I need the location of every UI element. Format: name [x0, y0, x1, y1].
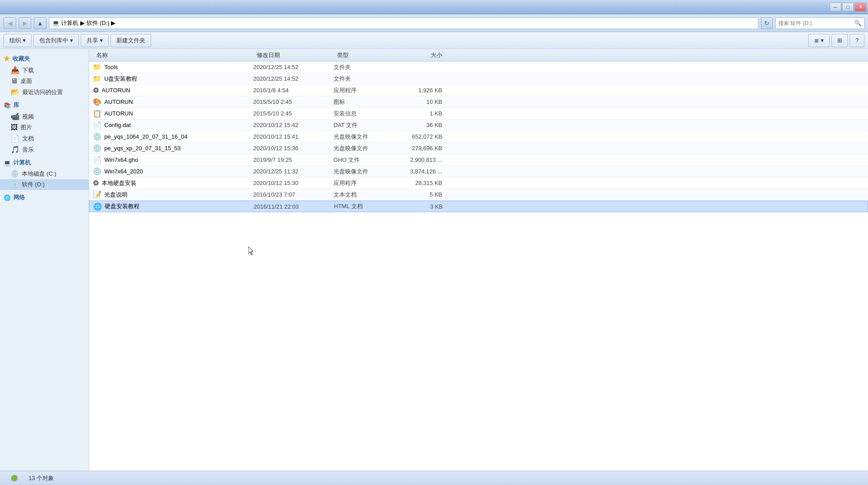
file-size-9: 3,874,126 ... [396, 168, 449, 175]
table-row[interactable]: 💿 pe_yqs_1064_20_07_31_16_04 2020/10/12 … [89, 131, 868, 143]
sidebar-item-recent[interactable]: 📂 最近访问的位置 [0, 86, 89, 98]
table-row[interactable]: 📁 U盘安装教程 2020/12/25 14:52 文件夹 [89, 73, 868, 85]
file-name-0: Tools [104, 64, 118, 70]
include-library-button[interactable]: 包含到库中 ▾ [33, 34, 79, 47]
help-button[interactable]: ? [850, 34, 864, 47]
music-label: 音乐 [22, 146, 34, 154]
sidebar-item-drive-d[interactable]: 💿 软件 (D:) [0, 179, 89, 190]
file-date-0: 2020/12/25 14:52 [253, 64, 333, 70]
file-size-6: 652,072 KB [396, 133, 449, 140]
file-type-12: HTML 文档 [334, 202, 396, 210]
library-icon: 📚 [4, 102, 11, 109]
file-name-4: AUTORUN [104, 110, 133, 117]
file-icon-1: 📁 [93, 74, 102, 83]
computer-label: 计算机 [13, 159, 31, 167]
forward-button[interactable]: ▶ [19, 17, 31, 29]
file-date-8: 2019/9/7 19:25 [253, 156, 333, 163]
music-icon: 🎵 [11, 145, 20, 154]
download-icon: 📥 [11, 66, 20, 74]
sidebar-item-download[interactable]: 📥 下载 [0, 65, 89, 76]
file-size-7: 279,696 KB [396, 145, 449, 152]
share-label: 共享 [86, 37, 98, 45]
toolbar: 组织 ▾ 包含到库中 ▾ 共享 ▾ 新建文件夹 ≣ ▾ ⊞ ? [0, 32, 868, 49]
col-header-name[interactable]: 名称 [93, 51, 253, 59]
file-type-4: 安装信息 [333, 110, 396, 118]
file-area: 名称 修改日期 类型 大小 📁 Tools 2020/12/25 14:52 文… [89, 49, 868, 471]
file-type-2: 应用程序 [333, 86, 396, 95]
file-icon-8: 📄 [93, 156, 102, 164]
sidebar-item-desktop[interactable]: 🖥 桌面 [0, 76, 89, 86]
up-button[interactable]: ▲ [34, 17, 46, 29]
organize-label: 组织 [9, 37, 21, 45]
file-name-10: 本地硬盘安装 [102, 179, 136, 187]
refresh-button[interactable]: ↻ [761, 17, 773, 29]
new-folder-button[interactable]: 新建文件夹 [111, 34, 151, 47]
sidebar-favorites-header[interactable]: ★ 收藏夹 [0, 53, 89, 65]
computer-icon: 💻 [52, 20, 59, 26]
view-button[interactable]: ≣ ▾ [808, 34, 830, 47]
col-header-date[interactable]: 修改日期 [253, 51, 333, 59]
sidebar: ★ 收藏夹 📥 下载 🖥 桌面 📂 最近访问的位置 📚 库 [0, 49, 89, 471]
table-row[interactable]: 📝 光盘说明 2016/10/23 7:07 文本文档 5 KB [89, 189, 868, 201]
file-type-1: 文件夹 [333, 75, 396, 83]
sidebar-item-drive-c[interactable]: 💿 本地磁盘 (C:) [0, 169, 89, 179]
file-size-11: 5 KB [396, 191, 449, 198]
title-bar: ─ □ ✕ [0, 0, 868, 14]
file-name-8: Win7x64.gho [104, 156, 138, 163]
window-controls: ─ □ ✕ [830, 3, 866, 12]
help-icon: ? [856, 37, 859, 44]
file-date-7: 2020/10/12 15:36 [253, 145, 333, 152]
search-input[interactable] [778, 20, 854, 26]
breadcrumb-part-drive[interactable]: 软件 (D:) [86, 19, 109, 27]
file-list-header: 名称 修改日期 类型 大小 [89, 49, 868, 62]
favorites-icon: ★ [4, 54, 10, 63]
sidebar-network-header[interactable]: 🌐 网络 [0, 192, 89, 203]
table-row[interactable]: 📄 Config.dat 2020/10/12 15:42 DAT 文件 36 … [89, 119, 868, 131]
sidebar-section-favorites: ★ 收藏夹 📥 下载 🖥 桌面 📂 最近访问的位置 [0, 53, 89, 98]
table-row[interactable]: 📁 Tools 2020/12/25 14:52 文件夹 [89, 62, 868, 73]
table-row[interactable]: 📋 AUTORUN 2015/5/10 2:45 安装信息 1 KB [89, 108, 868, 119]
table-row[interactable]: 🎨 AUTORUN 2015/5/10 2:45 图标 10 KB [89, 96, 868, 108]
sidebar-item-video[interactable]: 📹 视频 [0, 111, 89, 122]
share-button[interactable]: 共享 ▾ [81, 34, 109, 47]
status-count: 13 个对象 [29, 474, 54, 482]
details-view-button[interactable]: ⊞ [831, 34, 848, 47]
drive-d-icon: 💿 [11, 181, 19, 189]
pictures-icon: 🖼 [11, 123, 18, 132]
table-row[interactable]: ⚙ AUTORUN 2016/1/8 4:54 应用程序 1,926 KB [89, 85, 868, 96]
sidebar-item-documents[interactable]: 📄 文档 [0, 133, 89, 144]
table-row[interactable]: 💿 pe_yqs_xp_20_07_31_15_53 2020/10/12 15… [89, 143, 868, 154]
file-size-4: 1 KB [396, 110, 449, 117]
col-header-type[interactable]: 类型 [333, 51, 396, 59]
back-button[interactable]: ◀ [4, 17, 16, 29]
close-button[interactable]: ✕ [855, 3, 866, 12]
video-label: 视频 [22, 113, 34, 121]
sidebar-section-computer: 💻 计算机 💿 本地磁盘 (C:) 💿 软件 (D:) [0, 157, 89, 190]
file-icon-2: ⚙ [93, 86, 99, 95]
col-header-size[interactable]: 大小 [396, 51, 449, 59]
sidebar-library-header[interactable]: 📚 库 [0, 99, 89, 111]
breadcrumb-part-computer[interactable]: 计算机 [61, 19, 78, 27]
sidebar-item-pictures[interactable]: 🖼 图片 [0, 122, 89, 133]
table-row[interactable]: 🌐 硬盘安装教程 2016/11/21 22:03 HTML 文档 3 KB [89, 201, 868, 212]
table-row[interactable]: 💿 Win7x64_2020 2020/12/25 11:32 光盘映像文件 3… [89, 166, 868, 177]
table-row[interactable]: ⚙ 本地硬盘安装 2020/10/12 15:30 应用程序 28,315 KB [89, 177, 868, 189]
file-size-3: 10 KB [396, 99, 449, 105]
file-name-7: pe_yqs_xp_20_07_31_15_53 [104, 145, 181, 152]
sidebar-item-music[interactable]: 🎵 音乐 [0, 144, 89, 155]
sidebar-section-network: 🌐 网络 [0, 192, 89, 203]
file-type-7: 光盘映像文件 [333, 144, 396, 152]
sidebar-computer-header[interactable]: 💻 计算机 [0, 157, 89, 169]
file-icon-10: ⚙ [93, 179, 99, 187]
minimize-button[interactable]: ─ [830, 3, 841, 12]
file-size-2: 1,926 KB [396, 87, 449, 94]
organize-button[interactable]: 组织 ▾ [4, 34, 32, 47]
table-row[interactable]: 📄 Win7x64.gho 2019/9/7 19:25 GHO 文件 2,90… [89, 154, 868, 166]
recent-icon: 📂 [11, 88, 20, 96]
search-box[interactable]: 🔍 [775, 17, 864, 29]
file-icon-4: 📋 [93, 109, 102, 118]
drive-c-label: 本地磁盘 (C:) [22, 170, 56, 178]
address-input[interactable]: 💻 计算机 ▶ 软件 (D:) ▶ [49, 17, 758, 29]
favorites-label: 收藏夹 [12, 55, 30, 63]
maximize-button[interactable]: □ [842, 3, 854, 12]
